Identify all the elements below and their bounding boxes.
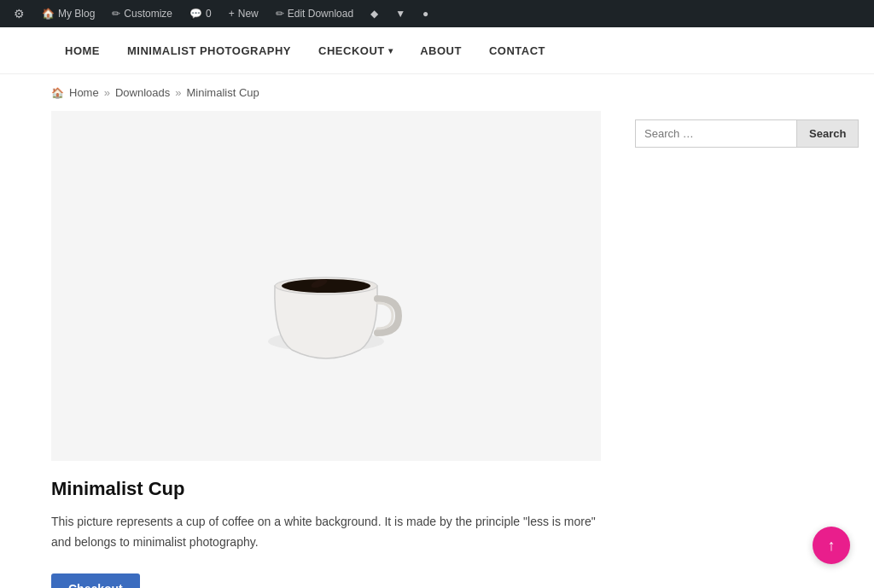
admin-bar-myblog[interactable]: 🏠 My Blog [35, 0, 102, 27]
product-description: This picture represents a cup of coffee … [51, 512, 601, 553]
admin-bar-wp-logo[interactable]: ⚙ [7, 0, 32, 27]
nav-home-label: HOME [65, 44, 100, 57]
checkout-button[interactable]: Checkout [51, 573, 140, 588]
admin-bar-edit-download[interactable]: ✏ Edit Download [269, 0, 360, 27]
admin-bar-extra1[interactable]: ◆ [364, 0, 385, 27]
comments-count: 0 [206, 8, 212, 20]
nav-home[interactable]: HOME [51, 27, 114, 73]
wp-logo-icon: ⚙ [14, 7, 25, 20]
edit-icon: ✏ [276, 8, 284, 20]
nav-contact[interactable]: CONTACT [475, 27, 559, 73]
myblog-icon: 🏠 [42, 8, 55, 20]
myblog-label: My Blog [58, 8, 95, 20]
customize-label: Customize [124, 8, 172, 20]
customize-icon: ✏ [112, 8, 120, 20]
home-breadcrumb-icon: 🏠 [51, 87, 64, 99]
nav-about[interactable]: ABOUT [406, 27, 475, 73]
new-icon: + [229, 8, 235, 20]
breadcrumb: 🏠 Home » Downloads » Minimalist Cup [0, 74, 874, 111]
search-button[interactable]: Search [796, 119, 859, 148]
nav-checkout-label: CHECKOUT [318, 44, 385, 57]
nav-minimalist-photography[interactable]: MINIMALIST PHOTOGRAPHY [114, 27, 305, 73]
admin-bar-extra3[interactable]: ● [416, 0, 435, 27]
page-content: Minimalist Cup This picture represents a… [0, 111, 874, 588]
coffee-cup-illustration [51, 111, 601, 461]
admin-bar-new[interactable]: + New [222, 0, 265, 27]
nav-minimalist-photography-label: MINIMALIST PHOTOGRAPHY [127, 44, 291, 57]
breadcrumb-sep-2: » [175, 86, 181, 99]
admin-bar-customize[interactable]: ✏ Customize [105, 0, 179, 27]
admin-bar-extra2[interactable]: ▼ [388, 0, 412, 27]
breadcrumb-current: Minimalist Cup [186, 86, 259, 99]
search-input[interactable] [635, 119, 796, 148]
product-image [51, 111, 601, 461]
main-navigation: HOME MINIMALIST PHOTOGRAPHY CHECKOUT ▾ A… [0, 27, 874, 74]
admin-bar: ⚙ 🏠 My Blog ✏ Customize 💬 0 + New ✏ Edit… [0, 0, 874, 27]
breadcrumb-sep-1: » [104, 86, 110, 99]
scroll-top-icon: ↑ [828, 537, 836, 555]
sidebar: Search [635, 111, 823, 588]
admin-bar-comments[interactable]: 💬 0 [183, 0, 218, 27]
nav-checkout[interactable]: CHECKOUT ▾ [305, 27, 406, 73]
comments-icon: 💬 [189, 8, 202, 20]
extra1-icon: ◆ [370, 8, 378, 20]
breadcrumb-home[interactable]: Home [69, 86, 99, 99]
extra3-icon: ● [422, 8, 428, 20]
nav-contact-label: CONTACT [489, 44, 545, 57]
breadcrumb-downloads[interactable]: Downloads [115, 86, 170, 99]
extra2-icon: ▼ [395, 8, 405, 20]
edit-download-label: Edit Download [288, 8, 353, 20]
nav-about-label: ABOUT [420, 44, 462, 57]
product-article: Minimalist Cup This picture represents a… [51, 111, 601, 588]
product-title: Minimalist Cup [51, 478, 601, 500]
search-widget: Search [635, 119, 823, 148]
new-label: New [238, 8, 259, 20]
scroll-to-top-button[interactable]: ↑ [813, 527, 850, 564]
checkout-dropdown-arrow: ▾ [388, 46, 393, 55]
